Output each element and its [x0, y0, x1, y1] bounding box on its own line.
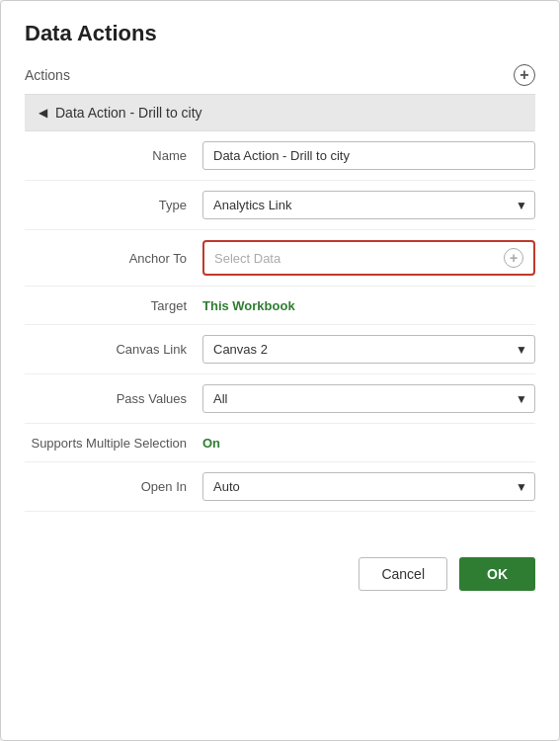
collapse-arrow-icon: ◀ — [39, 106, 47, 120]
canvas-control: Canvas 1 Canvas 2 Canvas 3 ▼ — [202, 335, 535, 364]
anchor-add-icon[interactable]: + — [504, 248, 523, 268]
type-select[interactable]: Analytics Link URL Navigate — [202, 191, 535, 219]
canvas-link-row: Canvas Link Canvas 1 Canvas 2 Canvas 3 ▼ — [25, 325, 535, 374]
actions-label: Actions — [25, 67, 70, 83]
name-control — [202, 141, 535, 170]
multiple-selection-label: Supports Multiple Selection — [25, 436, 202, 451]
anchor-to-box[interactable]: Select Data + — [202, 240, 535, 276]
canvas-select-wrapper: Canvas 1 Canvas 2 Canvas 3 ▼ — [202, 335, 535, 364]
pass-values-control: All Selected ▼ — [202, 384, 535, 413]
anchor-to-control: Select Data + — [202, 240, 535, 276]
open-in-control: Auto New Tab Current Tab ▼ — [202, 472, 535, 501]
multiple-selection-control: On — [202, 434, 535, 452]
action-item-label: Data Action - Drill to city — [55, 105, 202, 121]
pass-values-label: Pass Values — [25, 391, 202, 406]
pass-values-select[interactable]: All Selected — [202, 384, 535, 413]
open-in-label: Open In — [25, 479, 202, 494]
multiple-selection-value[interactable]: On — [202, 436, 220, 451]
multiple-selection-row: Supports Multiple Selection On — [25, 424, 535, 462]
dialog-title: Data Actions — [25, 21, 535, 46]
canvas-label: Canvas Link — [25, 342, 202, 357]
open-in-select[interactable]: Auto New Tab Current Tab — [202, 472, 535, 501]
open-in-row: Open In Auto New Tab Current Tab ▼ — [25, 462, 535, 512]
cancel-button[interactable]: Cancel — [359, 557, 447, 591]
name-label: Name — [25, 148, 202, 163]
name-row: Name — [25, 131, 535, 181]
open-in-select-wrapper: Auto New Tab Current Tab ▼ — [202, 472, 535, 501]
action-item[interactable]: ◀ Data Action - Drill to city — [25, 95, 535, 131]
anchor-placeholder-text: Select Data — [214, 251, 504, 266]
anchor-to-label: Anchor To — [25, 251, 202, 266]
target-link[interactable]: This Workbook — [202, 298, 295, 313]
type-row: Type Analytics Link URL Navigate ▼ — [25, 181, 535, 230]
ok-button[interactable]: OK — [459, 557, 535, 591]
target-label: Target — [25, 298, 202, 313]
add-action-button[interactable]: + — [514, 64, 535, 86]
target-control: This Workbook — [202, 296, 535, 314]
actions-section-header: Actions + — [25, 64, 535, 95]
pass-values-select-wrapper: All Selected ▼ — [202, 384, 535, 413]
type-control: Analytics Link URL Navigate ▼ — [202, 191, 535, 219]
type-select-wrapper: Analytics Link URL Navigate ▼ — [202, 191, 535, 219]
target-row: Target This Workbook — [25, 287, 535, 325]
dialog-footer: Cancel OK — [25, 541, 535, 591]
data-actions-dialog: Data Actions Actions + ◀ Data Action - D… — [0, 0, 560, 741]
type-label: Type — [25, 198, 202, 212]
pass-values-row: Pass Values All Selected ▼ — [25, 374, 535, 424]
anchor-to-row: Anchor To Select Data + — [25, 230, 535, 287]
name-input[interactable] — [202, 141, 535, 170]
canvas-select[interactable]: Canvas 1 Canvas 2 Canvas 3 — [202, 335, 535, 364]
